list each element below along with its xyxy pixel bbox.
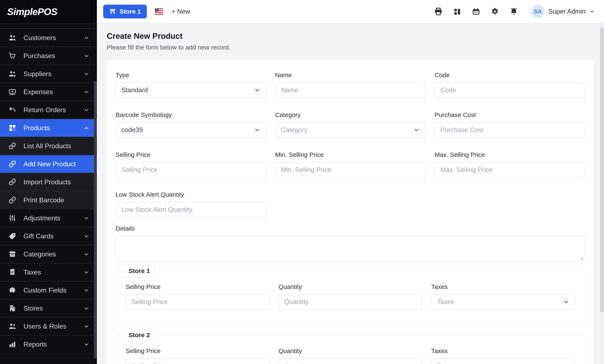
link-icon (8, 178, 16, 186)
max-selling-price-input[interactable] (435, 162, 585, 178)
code-field: Code (435, 71, 585, 98)
sidebar-item-reports[interactable]: Reports (0, 335, 97, 353)
page-subtitle: Please fill the form below to add new re… (107, 43, 594, 51)
gear-icon[interactable] (491, 7, 499, 16)
sidebar: SimplePOS CustomersPurchasesSuppliersExp… (0, 0, 97, 364)
low-stock-alert-quantity-input[interactable] (115, 202, 266, 217)
taxes-field: TaxesTaxes (431, 283, 575, 310)
store-1-legend: Store 1 (123, 265, 156, 277)
select-value: Category (281, 126, 307, 134)
category-select[interactable]: Category (275, 122, 426, 138)
avatar: SA (531, 5, 545, 18)
chevron-down-icon (84, 107, 89, 113)
max-selling-price-label: Max. Selling Price (435, 151, 585, 159)
purchase-cost-input[interactable] (435, 122, 585, 138)
sidebar-item-list-all-products[interactable]: List All Products (0, 137, 97, 155)
sidebar-item-suppliers[interactable]: Suppliers (0, 64, 97, 83)
sidebar-item-stores[interactable]: Stores (0, 299, 97, 317)
type-select[interactable]: Standard (115, 82, 266, 98)
receipt-icon (8, 268, 16, 276)
selling-price-label: Selling Price (126, 283, 269, 291)
layout-icon[interactable] (453, 7, 462, 16)
sidebar-item-taxes[interactable]: Taxes (0, 263, 97, 281)
users-icon (8, 70, 16, 78)
chevron-down-icon (84, 53, 89, 59)
page-scrollbar-thumb[interactable] (600, 27, 604, 313)
chevron-down-icon (84, 35, 89, 41)
page-scrollbar-track[interactable] (600, 24, 604, 364)
type-label: Type (115, 71, 266, 79)
bell-icon[interactable] (509, 7, 518, 16)
sidebar-item-adjustments[interactable]: Adjustments (0, 209, 97, 227)
us-flag-icon[interactable] (155, 8, 163, 15)
printer-icon[interactable] (434, 7, 443, 16)
sidebar-item-label: Gift Cards (24, 232, 84, 240)
sidebar-item-print-barcode[interactable]: Print Barcode (0, 191, 97, 209)
sidebar-item-categories[interactable]: Categories (0, 245, 97, 263)
sidebar-item-label: Reports (24, 340, 84, 348)
chevron-down-icon (413, 127, 420, 133)
selling-price-input[interactable] (126, 294, 269, 310)
resize-grip-icon[interactable] (579, 256, 583, 260)
quantity-input[interactable] (278, 358, 422, 364)
sidebar-item-customers[interactable]: Customers (0, 28, 97, 47)
barcode-symbology-field: Barcode Symbologycode39 (115, 111, 266, 138)
sidebar-scrollbar-thumb[interactable] (94, 81, 97, 359)
users-icon (8, 322, 16, 330)
low-stock-alert-quantity-field: Low Stock Alert Quantity (115, 191, 266, 217)
sidebar-item-partial[interactable] (0, 353, 97, 364)
selling-price-field: Selling Price (126, 347, 269, 364)
calendar-icon[interactable] (472, 7, 480, 16)
user-menu[interactable]: SA Super Admin (531, 5, 595, 18)
building-icon (8, 304, 16, 312)
min-selling-price-input[interactable] (275, 162, 426, 178)
sidebar-item-add-new-product[interactable]: Add New Product (0, 155, 97, 173)
name-label: Name (275, 71, 426, 79)
sidebar-item-label: Users & Roles (24, 323, 84, 330)
grid-icon (8, 124, 16, 132)
chevron-down-icon (254, 127, 260, 133)
min-selling-price-field: Min. Selling Price (275, 151, 426, 178)
sidebar-item-expenses[interactable]: Expenses (0, 83, 97, 101)
select-value: Standard (121, 86, 148, 94)
page-title: Create New Product (107, 31, 594, 41)
sidebar-item-custom-fields[interactable]: Custom Fields (0, 281, 97, 299)
purchase-cost-label: Purchase Cost (435, 111, 585, 119)
barcode-symbology-select[interactable]: code39 (115, 122, 266, 138)
taxes-label: Taxes (431, 347, 575, 355)
category-label: Category (275, 111, 426, 119)
app-window: SimplePOS CustomersPurchasesSuppliersExp… (0, 0, 604, 364)
taxes-select[interactable]: Taxes (431, 294, 575, 310)
sidebar-item-label: Taxes (24, 268, 84, 276)
details-textarea[interactable] (115, 236, 585, 262)
main-area: Store 1 + New SA Super Admin Create New … (97, 0, 604, 364)
sidebar-item-label: Purchases (24, 52, 84, 60)
sidebar-item-users-roles[interactable]: Users & Roles (0, 317, 97, 335)
chevron-down-icon (84, 341, 89, 347)
sidebar-item-label: Custom Fields (24, 286, 84, 294)
store-1-fields: Selling PriceQuantityTaxesTaxes (126, 283, 575, 310)
chevron-down-icon (84, 71, 89, 77)
barcode-symbology-label: Barcode Symbology (115, 111, 266, 119)
selling-price-input[interactable] (115, 162, 266, 178)
chevron-down-icon (84, 287, 89, 293)
sidebar-item-products[interactable]: Products (0, 119, 97, 137)
select-value: code39 (121, 126, 143, 134)
store-selector-button[interactable]: Store 1 (103, 5, 147, 18)
quantity-field: Quantity (278, 347, 422, 364)
sidebar-item-purchases[interactable]: Purchases (0, 47, 97, 64)
new-button[interactable]: + New (172, 8, 190, 15)
chevron-down-icon (254, 87, 260, 93)
sidebar-spacer (0, 24, 97, 28)
selling-price-input[interactable] (126, 358, 269, 364)
sidebar-item-gift-cards[interactable]: Gift Cards (0, 227, 97, 245)
type-field: TypeStandard (115, 71, 266, 98)
taxes-select[interactable]: Taxes (431, 358, 575, 364)
sidebar-item-return-orders[interactable]: Return Orders (0, 101, 97, 119)
name-input[interactable] (275, 82, 426, 98)
sidebar-nav: CustomersPurchasesSuppliersExpensesRetur… (0, 24, 97, 364)
sidebar-item-import-products[interactable]: Import Products (0, 173, 97, 191)
quantity-input[interactable] (278, 294, 422, 310)
code-input[interactable] (435, 82, 585, 98)
purchase-cost-field: Purchase Cost (435, 111, 585, 138)
